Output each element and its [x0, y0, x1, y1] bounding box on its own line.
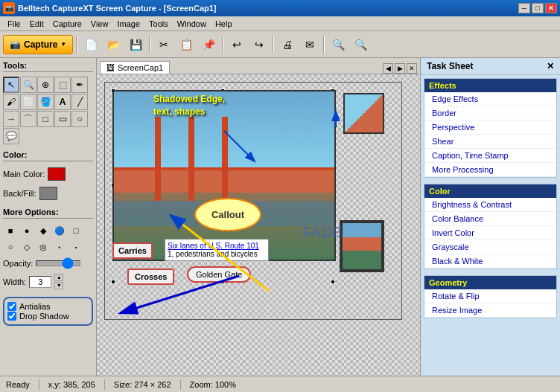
redo-button[interactable]: ↪: [249, 34, 270, 55]
drop-shadow-checkbox[interactable]: [7, 312, 16, 321]
close-button[interactable]: ✕: [545, 3, 557, 13]
six-lanes-box: Six lanes of U.S. Route 101 1, pedestria…: [165, 239, 269, 261]
menu-tools[interactable]: Tools: [144, 18, 173, 30]
tools-panel: Tools: ↖ 🔍 ⊕ ⬚ ✒ 🖌 ⬜ 🪣 A ╱ → ⌒ □ ▭ ○ 💬 C…: [0, 58, 97, 376]
task-color-balance[interactable]: Color Balance: [424, 212, 556, 226]
paste-button[interactable]: 📌: [198, 34, 219, 55]
menu-view[interactable]: View: [86, 18, 113, 30]
zoom-out-button[interactable]: 🔍: [350, 34, 371, 55]
back-fill-row: Back/Fill:: [3, 187, 93, 200]
fill-tool[interactable]: 🪣: [37, 94, 54, 110]
maximize-button[interactable]: □: [532, 3, 544, 13]
task-edge-effects[interactable]: Edge Effects: [424, 92, 556, 106]
tab-close-btn[interactable]: ✕: [407, 63, 417, 74]
task-panel: Task Sheet ✕ Effects Edge Effects Border…: [420, 58, 560, 376]
filled-diamond-btn[interactable]: ◆: [36, 223, 51, 238]
copy-button[interactable]: 📋: [176, 34, 197, 55]
toolbar-sep-1: [76, 36, 77, 54]
menu-image[interactable]: Image: [113, 18, 145, 30]
text-tool[interactable]: A: [54, 94, 71, 110]
status-size: Size: 274 × 262: [114, 380, 171, 389]
menu-file[interactable]: File: [3, 18, 25, 30]
task-grayscale[interactable]: Grayscale: [424, 240, 556, 254]
zoom-tool[interactable]: 🔍: [20, 77, 36, 93]
zoom-in-tool[interactable]: ⊕: [37, 77, 54, 93]
capture-icon: 📷: [10, 39, 21, 50]
back-fill-swatch[interactable]: [39, 187, 57, 200]
task-panel-close-btn[interactable]: ✕: [547, 61, 554, 71]
tab-bar: 🖼 ScreenCap1 ◀ ▶ ✕: [97, 58, 420, 74]
rounded-rect-tool[interactable]: ▭: [54, 111, 71, 127]
menu-help[interactable]: Help: [211, 18, 237, 30]
rect-tool[interactable]: □: [37, 111, 54, 127]
drop-shadow-label: Drop Shadow: [19, 312, 69, 321]
task-border[interactable]: Border: [424, 106, 556, 121]
arrow-tool[interactable]: →: [3, 111, 19, 127]
small-rect-btn[interactable]: ▪: [52, 240, 67, 254]
task-invert-color[interactable]: Invert Color: [424, 226, 556, 240]
task-more-processing[interactable]: More Processing: [424, 163, 556, 177]
outline-diamond-btn[interactable]: ◇: [19, 240, 34, 254]
tab-next-btn[interactable]: ▶: [395, 63, 405, 74]
new-button[interactable]: 📄: [80, 34, 101, 55]
width-input[interactable]: [29, 276, 51, 288]
open-button[interactable]: 📂: [103, 34, 124, 55]
title-bar: 📷 Belltech CaptureXT Screen Capture - [S…: [0, 0, 560, 16]
save-button[interactable]: 💾: [125, 34, 146, 55]
status-sep-2: [104, 379, 105, 390]
outline-droplet-btn[interactable]: ◎: [36, 240, 51, 254]
outline-rect-btn[interactable]: □: [69, 223, 83, 238]
task-caption-time-stamp[interactable]: Caption, Time Stamp: [424, 149, 556, 163]
menu-capture[interactable]: Capture: [48, 18, 86, 30]
status-zoom: Zoom: 100%: [190, 380, 236, 389]
tab-screencap1[interactable]: 🖼 ScreenCap1: [100, 61, 170, 74]
task-brightness-contrast[interactable]: Brightness & Contrast: [424, 198, 556, 212]
task-resize-image[interactable]: Resize Image: [424, 303, 556, 318]
task-rotate-flip[interactable]: Rotate & Flip: [424, 289, 556, 303]
task-shear[interactable]: Shear: [424, 135, 556, 149]
color-section: Color Brightness & Contrast Color Balanc…: [424, 184, 557, 269]
small-circle-btn[interactable]: •: [69, 240, 83, 254]
undo-button[interactable]: ↩: [226, 34, 247, 55]
handle-br[interactable]: [331, 280, 335, 284]
toolbar-sep-3: [222, 36, 223, 54]
handle-bl[interactable]: [111, 280, 115, 284]
opacity-row: Opacity:: [3, 259, 93, 268]
antialias-checkbox[interactable]: [7, 302, 16, 311]
main-color-swatch[interactable]: [48, 167, 66, 181]
canvas-scroll[interactable]: Shadowed Edge, text, shapes: [97, 74, 420, 376]
print-button[interactable]: 🖨: [277, 34, 298, 55]
callout-tool[interactable]: 💬: [3, 128, 19, 144]
task-perspective[interactable]: Perspective: [424, 121, 556, 135]
line-tool[interactable]: ╱: [71, 94, 88, 110]
menu-edit[interactable]: Edit: [25, 18, 48, 30]
outline-circle-btn[interactable]: ○: [3, 240, 18, 254]
dotted-rect-tool[interactable]: ⬚: [54, 77, 71, 93]
drop-shadow-row: Drop Shadow: [7, 312, 89, 321]
filled-rect-btn[interactable]: ■: [3, 223, 18, 238]
filled-circle-btn[interactable]: ●: [19, 223, 34, 238]
main-color-label: Main Color:: [3, 170, 45, 179]
zoom-in-button[interactable]: 🔍: [328, 34, 349, 55]
cut-button[interactable]: ✂: [153, 34, 174, 55]
opacity-slider[interactable]: [36, 260, 80, 266]
capture-label: Capture: [24, 39, 57, 50]
capture-button[interactable]: 📷 Capture ▼: [3, 35, 73, 54]
email-button[interactable]: ✉: [299, 34, 320, 55]
minimize-button[interactable]: ─: [518, 3, 530, 13]
curve-tool[interactable]: ⌒: [20, 111, 36, 127]
select-tool[interactable]: ↖: [3, 77, 19, 93]
ellipse-tool[interactable]: ○: [71, 111, 88, 127]
tab-prev-btn[interactable]: ◀: [383, 63, 393, 74]
width-down-btn[interactable]: ▼: [54, 282, 63, 289]
task-black-white[interactable]: Black & White: [424, 254, 556, 269]
eraser-tool[interactable]: ⬜: [20, 94, 36, 110]
window-controls: ─ □ ✕: [518, 3, 557, 13]
pen-tool[interactable]: ✒: [71, 77, 88, 93]
brush-tool[interactable]: 🖌: [3, 94, 19, 110]
filled-droplet-btn[interactable]: 🔵: [52, 223, 67, 238]
geometry-header: Geometry: [424, 276, 556, 289]
opacity-label: Opacity:: [3, 259, 33, 268]
width-up-btn[interactable]: ▲: [54, 274, 63, 281]
menu-window[interactable]: Window: [173, 18, 211, 30]
